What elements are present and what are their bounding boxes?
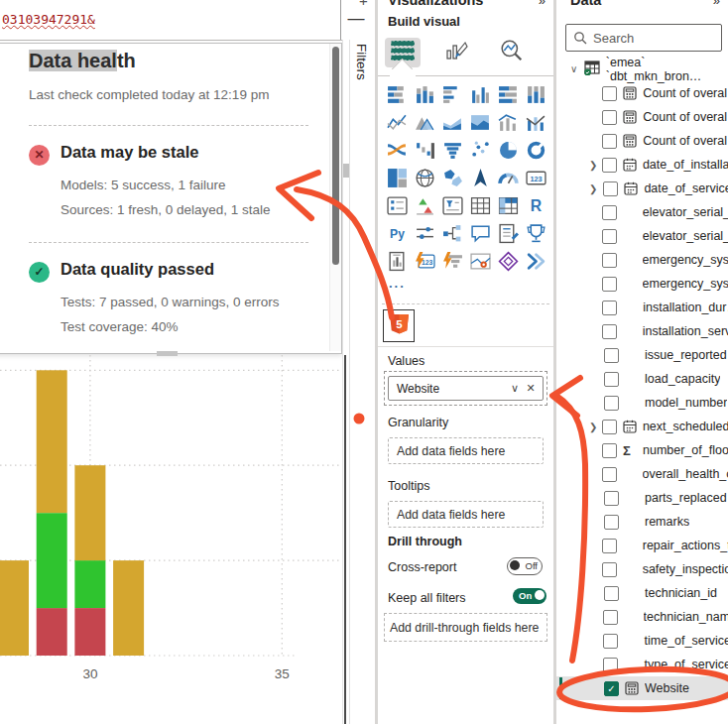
field-checkbox[interactable] [602,420,617,434]
field-checkbox[interactable] [602,443,617,458]
field-row-elevator-serial-[interactable]: elevator_serial_… [556,224,728,248]
field-label[interactable]: elevator_serial_… [643,205,728,219]
field-label[interactable]: installation_serv… [643,324,728,338]
visual-scatter-icon[interactable] [470,140,491,161]
field-checkbox[interactable] [602,253,617,268]
chevron-down-icon[interactable]: ∨ [507,382,523,395]
visual-clustered-column-icon[interactable] [470,84,491,105]
field-label[interactable]: technician_id [645,586,717,600]
histogram-visual[interactable]: 3035 [0,355,347,724]
field-row-overall-health-c-[interactable]: overall_health_c… [556,462,728,486]
field-label[interactable]: repair_actions_t… [643,539,728,552]
more-visuals-button[interactable]: ... [389,276,406,291]
visual-qna-icon[interactable] [470,223,491,244]
visual-ribbon-icon[interactable] [387,140,408,161]
field-row-safety-inspectio-[interactable]: safety_inspectio… [556,557,728,581]
field-label[interactable]: load_capacity [645,372,720,386]
field-checkbox[interactable] [603,610,618,625]
visual-map-icon[interactable] [415,168,435,188]
visual-table-icon[interactable] [470,195,491,216]
visual-100-stacked-area-icon[interactable] [470,112,491,133]
field-row-parts-replaced[interactable]: parts_replaced [556,486,728,510]
visual-diamond-icon[interactable] [498,251,519,272]
visual-donut-icon[interactable] [526,140,546,161]
field-checkbox[interactable] [602,229,617,244]
field-checkbox[interactable] [604,372,619,387]
visual-card-icon[interactable]: 123 [526,168,546,188]
field-row-technician-name[interactable]: technician_name [556,605,728,629]
field-label[interactable]: Count of overal… [643,86,728,100]
visual-lightning-funnel-icon[interactable] [442,251,463,272]
visual-arcgis-map-icon[interactable] [470,251,491,272]
visual-filled-map-icon[interactable] [442,168,463,188]
field-label[interactable]: installation_dur… [643,301,728,314]
visual-slicer-icon[interactable] [442,195,463,216]
chevron-right-icon[interactable]: ❯ [589,160,602,171]
field-row-count-of-overal-[interactable]: Count of overal… [556,129,728,153]
field-checkbox[interactable] [602,324,617,339]
visual-funnel-icon[interactable] [442,140,463,161]
drill-through-well[interactable]: Add drill-through fields here [384,613,547,642]
field-label[interactable]: model_number [645,396,727,410]
field-label[interactable]: date_of_installa… [643,158,728,172]
visual-paginated-report-icon[interactable] [387,251,408,272]
search-input[interactable] [591,30,721,47]
visual-r-script-icon[interactable]: R [526,195,546,216]
field-checkbox[interactable] [602,277,617,292]
field-label[interactable]: safety_inspectio… [643,562,728,576]
visual-stacked-bar-icon[interactable] [387,84,408,105]
field-checkbox[interactable] [602,539,617,553]
visual-clustered-bar-icon[interactable] [442,84,463,105]
field-row-model-number[interactable]: model_number [556,391,728,415]
tab-format-visual[interactable] [439,38,475,67]
field-label[interactable]: overall_health_c… [643,467,728,481]
field-row-elevator-serial-[interactable]: elevator_serial_… [556,200,728,224]
field-label[interactable]: parts_replaced [645,491,727,505]
field-checkbox[interactable] [604,586,619,601]
table-row-root[interactable]: ∨ `emea` `dbt_mkn_bron… [556,57,728,81]
chevron-down-icon[interactable]: ∨ [570,63,584,74]
visual-line-stacked-column-icon[interactable] [498,112,519,133]
field-label[interactable]: emergency_syst… [643,277,728,291]
card-scrollbar[interactable] [329,44,341,351]
visual-waterfall-icon[interactable] [415,140,435,161]
field-checkbox[interactable] [602,467,617,482]
field-label[interactable]: time_of_service [644,634,728,648]
field-row-type-of-service[interactable]: type_of_service [556,653,728,676]
visual-pie-icon[interactable] [498,140,519,161]
field-row-number-of-floo-[interactable]: Σnumber_of_floo… [556,438,728,462]
filters-pane-title[interactable]: Filters [354,44,369,80]
field-label[interactable]: emergency_syst… [643,253,728,267]
field-checkbox[interactable] [602,158,617,173]
visual-gauge-icon[interactable] [498,168,519,188]
visual-smart-narrative-icon[interactable] [498,223,519,244]
field-checkbox[interactable] [602,205,617,220]
field-checkbox[interactable] [604,491,619,506]
field-label[interactable]: date_of_service [644,181,728,195]
plus-icon[interactable]: + [359,0,368,9]
visual-100-stacked-column-icon[interactable] [526,84,546,105]
card-scrollbar-thumb[interactable] [332,47,339,265]
field-label[interactable]: Count of overal… [643,110,728,124]
collapse-pane-icon[interactable]: » [539,0,546,8]
field-row-date-of-service[interactable]: ❯date_of_service [556,177,728,200]
field-checkbox[interactable] [604,396,619,411]
visual-kpi-icon[interactable] [415,195,435,216]
visual-decomposition-tree-icon[interactable] [442,223,463,244]
field-checkbox[interactable]: ✓ [604,681,619,696]
field-checkbox[interactable] [603,181,618,196]
field-row-count-of-overal-[interactable]: Count of overal… [556,105,728,129]
field-checkbox[interactable] [603,634,618,649]
visual-azure-map-icon[interactable] [470,168,491,188]
visual-matrix-icon[interactable] [498,195,519,216]
visual-100-stacked-bar-icon[interactable] [498,84,519,105]
field-row-count-of-overal-[interactable]: Count of overal… [556,81,728,105]
visual-line-clustered-column-icon[interactable] [526,112,546,133]
filters-pane-collapsed[interactable]: Filters [349,40,376,724]
field-row-load-capacity[interactable]: load_capacity [556,367,728,391]
field-checkbox[interactable] [602,86,617,101]
minimize-button[interactable]: — [343,6,369,32]
visual-power-automate-icon[interactable] [526,251,546,272]
chevron-right-icon[interactable]: ❯ [589,422,602,432]
field-checkbox[interactable] [604,348,619,363]
